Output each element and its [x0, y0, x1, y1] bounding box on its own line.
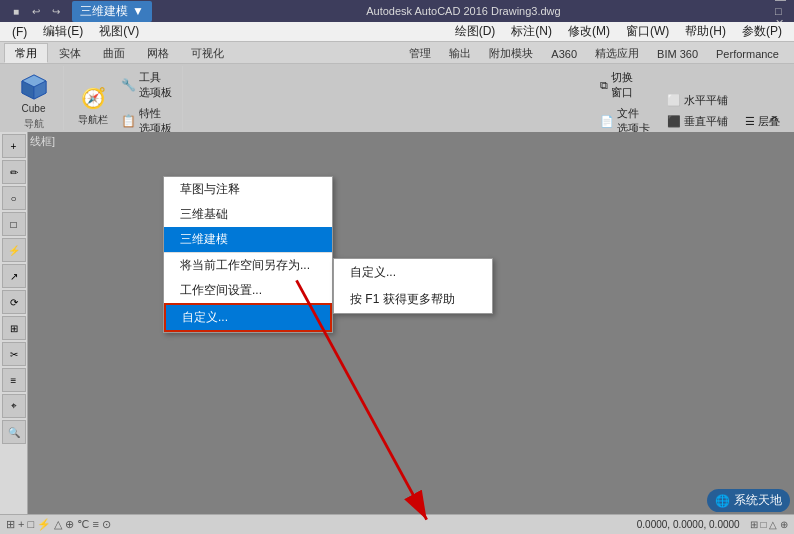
customize-submenu: 自定义... 按 F1 获得更多帮助	[333, 258, 493, 314]
tool-5[interactable]: ⚡	[2, 238, 26, 262]
menu-item-params[interactable]: 参数(P)	[734, 22, 790, 41]
ws-item-settings[interactable]: 工作空间设置...	[164, 278, 332, 303]
ribbon-tabs: 常用 实体 曲面 网格 可视化 管理 输出 附加模块 A360 精选应用 BIM…	[0, 42, 794, 64]
tab-visual[interactable]: 可视化	[180, 43, 235, 63]
workspace-selector[interactable]: 三维建模 ▼	[72, 1, 152, 22]
filetab-icon: 📄	[600, 115, 614, 128]
tool-1[interactable]: +	[2, 134, 26, 158]
tools-panel-button[interactable]: 🔧 工具选项板	[117, 68, 176, 102]
navbar-icon: 🧭	[77, 82, 109, 114]
tab-performance[interactable]: Performance	[709, 43, 786, 63]
tool-12[interactable]: 🔍	[2, 420, 26, 444]
ribbon-content: Cube 导航 🧭 导航栏 🔧 工具选项板 📋	[0, 64, 794, 132]
tool-4[interactable]: □	[2, 212, 26, 236]
tab-solid[interactable]: 实体	[48, 43, 92, 63]
cust-item-customize[interactable]: 自定义...	[334, 259, 492, 286]
watermark-icon: 🌐	[715, 494, 730, 508]
ws-dropdown-arrow[interactable]: ▼	[132, 4, 144, 18]
switch-window-button[interactable]: ⧉ 切换窗口	[596, 68, 654, 102]
undo-icon[interactable]: ↩	[28, 4, 44, 18]
switch-icon: ⧉	[600, 79, 608, 92]
view-label: 线框]	[30, 134, 55, 149]
htile-button[interactable]: ⬜ 水平平铺	[663, 91, 732, 110]
tab-surface[interactable]: 曲面	[92, 43, 136, 63]
tool-10[interactable]: ≡	[2, 368, 26, 392]
htile-icon: ⬜	[667, 94, 681, 107]
status-icons: ⊞ □ △ ⊕	[750, 519, 788, 530]
maximize-button[interactable]: □	[775, 5, 786, 17]
watermark-text: 系统天地	[734, 492, 782, 509]
tab-mesh[interactable]: 网格	[136, 43, 180, 63]
cube-icon	[18, 71, 50, 103]
workspace-dropdown-menu: 草图与注释 三维基础 三维建模 将当前工作空间另存为... 工作空间设置... …	[163, 176, 333, 333]
ws-item-3dmodel[interactable]: 三维建模	[164, 227, 332, 252]
ribbon-tabs-right: 管理 输出 附加模块 A360 精选应用 BIM 360 Performance	[402, 43, 790, 63]
cube-button[interactable]: Cube	[13, 68, 55, 117]
title-bar: ■ ↩ ↪ 三维建模 ▼ Autodesk AutoCAD 2016 Drawi…	[0, 0, 794, 22]
tool-11[interactable]: ⌖	[2, 394, 26, 418]
status-text: ⊞ + □ ⚡ △ ⊕ ℃ ≡ ⊙	[6, 518, 111, 531]
minimize-button[interactable]: —	[775, 0, 786, 5]
cube-group-title: 导航	[24, 117, 44, 131]
tool-8[interactable]: ⊞	[2, 316, 26, 340]
ws-item-customize[interactable]: 自定义...	[164, 303, 332, 332]
vtile-button[interactable]: ⬛ 垂直平铺	[663, 112, 732, 131]
tools-label: 工具选项板	[139, 70, 172, 100]
left-toolbar: + ✏ ○ □ ⚡ ↗ ⟳ ⊞ ✂ ≡ ⌖ 🔍	[0, 132, 28, 534]
menu-item-dim[interactable]: 标注(N)	[503, 22, 560, 41]
tab-bim360[interactable]: BIM 360	[650, 43, 705, 63]
navbar-button[interactable]: 🧭 导航栏	[72, 79, 114, 128]
tool-2[interactable]: ✏	[2, 160, 26, 184]
watermark: 🌐 系统天地	[707, 489, 790, 512]
window-title: Autodesk AutoCAD 2016 Drawing3.dwg	[152, 5, 775, 17]
nav-tools: 🧭 导航栏 🔧 工具选项板 📋 特性选项板	[72, 68, 176, 138]
tool-3[interactable]: ○	[2, 186, 26, 210]
tool-6[interactable]: ↗	[2, 264, 26, 288]
menu-item-edit[interactable]: 编辑(E)	[35, 22, 91, 41]
app-wrapper: ■ ↩ ↪ 三维建模 ▼ Autodesk AutoCAD 2016 Drawi…	[0, 0, 794, 534]
menu-item-draw[interactable]: 绘图(D)	[447, 22, 504, 41]
tab-home[interactable]: 常用	[4, 43, 48, 63]
ws-item-sketch[interactable]: 草图与注释	[164, 177, 332, 202]
menu-item-help[interactable]: 帮助(H)	[677, 22, 734, 41]
coordinates: 0.0000, 0.0000, 0.0000	[637, 519, 740, 530]
app-icon-group: ■ ↩ ↪	[8, 4, 64, 18]
ribbon-group-interface: ⧉ 切换窗口 📄 文件选项卡 📑 布局选项卡 ⬜ 水平平铺	[590, 66, 790, 130]
cust-item-help[interactable]: 按 F1 获得更多帮助	[334, 286, 492, 313]
ws-item-saveas[interactable]: 将当前工作空间另存为...	[164, 253, 332, 278]
tools-icon: 🔧	[121, 78, 136, 92]
ribbon-group-cube: Cube 导航	[4, 66, 64, 130]
vtile-label: 垂直平铺	[684, 114, 728, 129]
layers-button[interactable]: ☰ 层叠	[741, 112, 784, 131]
menu-item-view[interactable]: 视图(V)	[91, 22, 147, 41]
menu-item-window[interactable]: 窗口(W)	[618, 22, 677, 41]
cube-tool-group: Cube	[13, 68, 55, 117]
layers-label: 层叠	[758, 114, 780, 129]
drawing-canvas[interactable]: 线框]	[28, 132, 794, 514]
tool-9[interactable]: ✂	[2, 342, 26, 366]
workspace-label: 三维建模	[80, 3, 128, 20]
switch-label: 切换窗口	[611, 70, 633, 100]
menu-bar: (F) 编辑(E) 视图(V) 绘图(D) 标注(N) 修改(M) 窗口(W) …	[0, 22, 794, 42]
ws-item-3dbasic[interactable]: 三维基础	[164, 202, 332, 227]
menu-item-modify[interactable]: 修改(M)	[560, 22, 618, 41]
tab-featured[interactable]: 精选应用	[588, 43, 646, 63]
tab-manage[interactable]: 管理	[402, 43, 438, 63]
navbar-label: 导航栏	[78, 114, 108, 125]
ribbon-group-nav: 🧭 导航栏 🔧 工具选项板 📋 特性选项板 选项板	[66, 66, 183, 130]
tab-addons[interactable]: 附加模块	[482, 43, 540, 63]
htile-label: 水平平铺	[684, 93, 728, 108]
layers-icon: ☰	[745, 115, 755, 128]
redo-icon[interactable]: ↪	[48, 4, 64, 18]
props-icon: 📋	[121, 114, 136, 128]
tab-a360[interactable]: A360	[544, 43, 584, 63]
cube-label: Cube	[22, 103, 46, 114]
menu-item-file[interactable]: (F)	[4, 24, 35, 40]
vtile-icon: ⬛	[667, 115, 681, 128]
tab-output[interactable]: 输出	[442, 43, 478, 63]
status-bar: ⊞ + □ ⚡ △ ⊕ ℃ ≡ ⊙ 0.0000, 0.0000, 0.0000…	[0, 514, 794, 534]
content-area: + ✏ ○ □ ⚡ ↗ ⟳ ⊞ ✂ ≡ ⌖ 🔍 线框] 草图与注释 三维基础 三…	[0, 132, 794, 534]
app-menu-icon[interactable]: ■	[8, 4, 24, 18]
tool-7[interactable]: ⟳	[2, 290, 26, 314]
